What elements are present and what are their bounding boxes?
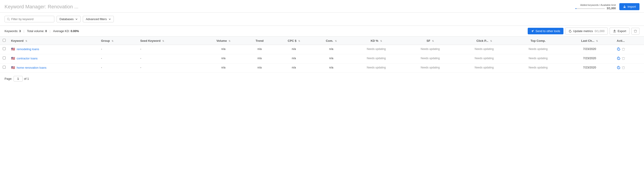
header-checkbox-col	[0, 37, 8, 45]
page-label: Page:	[4, 77, 12, 80]
row-lastch: 7/23/2020	[565, 45, 614, 54]
col-group: Group ⇅	[98, 37, 137, 45]
row-cpc: n/a	[274, 63, 314, 73]
row-com: n/a	[313, 45, 349, 54]
filter-input[interactable]	[11, 17, 52, 21]
keywords-label: Keywords:	[4, 29, 18, 33]
row-sf: Needs updating	[403, 45, 457, 54]
svg-line-1	[9, 20, 10, 20]
row-checkbox-cell	[0, 45, 8, 54]
import-icon	[623, 5, 626, 8]
row-trend: n/a	[245, 54, 274, 63]
keyword-link[interactable]: remodeling loans	[17, 47, 39, 51]
keyword-limit: Added keywords / Available limit 3/1,000	[576, 3, 616, 10]
row-group: -	[98, 63, 137, 73]
row-com: n/a	[313, 54, 349, 63]
delete-row-icon[interactable]	[622, 48, 625, 51]
of-label: of 1	[24, 77, 29, 80]
row-topcomp: Needs updating	[511, 54, 565, 63]
row-actions	[614, 45, 644, 54]
row-sf: Needs updating	[403, 63, 457, 73]
limit-label: Added keywords / Available limit	[580, 3, 616, 6]
filter-input-wrapper[interactable]	[4, 16, 54, 22]
row-group: -	[98, 54, 137, 63]
select-all-checkbox[interactable]	[3, 39, 6, 42]
row-volume: n/a	[202, 63, 245, 73]
search-icon	[7, 18, 10, 21]
row-clickp: Needs updating	[457, 63, 511, 73]
refresh-row-icon[interactable]	[617, 56, 620, 61]
table-row: 🇺🇸 home renovation loans - - n/a n/a n/a…	[0, 63, 644, 73]
table-body: 🇺🇸 remodeling loans - - n/a n/a n/a n/a …	[0, 45, 644, 73]
import-button[interactable]: Import	[619, 3, 640, 10]
header-right: Added keywords / Available limit 3/1,000…	[576, 3, 640, 10]
row-clickp: Needs updating	[457, 54, 511, 63]
kd-value: 0.00%	[70, 29, 79, 33]
page-input[interactable]	[14, 76, 23, 82]
row-trend: n/a	[245, 45, 274, 54]
keyword-link[interactable]: home renovation loans	[17, 66, 46, 69]
col-keyword: Keyword ⇅	[8, 37, 98, 45]
send-to-tools-button[interactable]: Send to other tools	[528, 28, 563, 34]
col-seed: Seed Keyword ⇅	[138, 37, 202, 45]
title-static: Keyword Manager:	[4, 4, 46, 9]
row-actions	[614, 63, 644, 73]
pagination: Page: of 1	[0, 73, 644, 85]
row-lastch: 7/23/2020	[565, 54, 614, 63]
advanced-filters-dropdown[interactable]: Advanced filters	[83, 16, 114, 22]
col-kd: KD % ⇅	[350, 37, 403, 45]
trash-icon	[634, 30, 637, 33]
delete-row-icon[interactable]	[622, 57, 625, 61]
sort-icon-com: ⇅	[335, 40, 337, 42]
limit-bar-fill	[576, 8, 576, 9]
limit-value: 3/1,000	[607, 7, 616, 10]
title-dynamic: Renovation ...	[48, 4, 78, 9]
advanced-filters-label: Advanced filters	[86, 17, 107, 21]
row-keyword: 🇺🇸 home renovation loans	[8, 63, 98, 73]
page-title: Keyword Manager: Renovation ...	[4, 4, 78, 10]
sort-icon-kd: ⇅	[380, 40, 382, 42]
sort-icon-volume: ⇅	[228, 40, 230, 42]
row-com: n/a	[313, 63, 349, 73]
update-metrics-button[interactable]: Update metrics 0/1,000	[565, 27, 608, 34]
row-keyword: 🇺🇸 remodeling loans	[8, 45, 98, 54]
row-group: -	[98, 45, 137, 54]
action-icons	[617, 56, 641, 61]
row-checkbox[interactable]	[3, 47, 6, 50]
page-header: Keyword Manager: Renovation ... Added ke…	[0, 0, 644, 13]
row-seed: -	[138, 54, 202, 63]
kd-label: Average KD:	[53, 29, 70, 33]
send-icon	[531, 30, 534, 33]
row-clickp: Needs updating	[457, 45, 511, 54]
flag-icon: 🇺🇸	[11, 56, 15, 60]
sort-icon-seed: ⇅	[162, 40, 164, 42]
flag-icon: 🇺🇸	[11, 66, 15, 69]
volume-value: 0	[45, 29, 47, 33]
row-lastch: 7/23/2020	[565, 63, 614, 73]
delete-all-button[interactable]	[631, 28, 640, 34]
row-volume: n/a	[202, 45, 245, 54]
sort-icon-sf: ⇅	[432, 40, 434, 42]
row-checkbox[interactable]	[3, 56, 6, 59]
keywords-table: Keyword ⇅ Group ⇅ Seed Keyword ⇅ Volume …	[0, 36, 644, 73]
row-seed: -	[138, 45, 202, 54]
limit-bar	[576, 8, 605, 9]
databases-dropdown[interactable]: Databases	[56, 16, 80, 22]
row-checkbox[interactable]	[3, 66, 6, 69]
export-icon	[613, 30, 616, 33]
col-volume: Volume ⇅	[202, 37, 245, 45]
row-kd: Needs updating	[350, 63, 403, 73]
databases-label: Databases	[60, 17, 74, 21]
keyword-link[interactable]: contractor loans	[17, 57, 38, 60]
row-cpc: n/a	[274, 54, 314, 63]
volume-label: Total volume:	[27, 29, 44, 33]
row-topcomp: Needs updating	[511, 63, 565, 73]
row-kd: Needs updating	[350, 45, 403, 54]
export-button[interactable]: Export	[610, 27, 630, 34]
col-sf: SF ⇅	[403, 37, 457, 45]
chevron-down-icon-2	[108, 18, 111, 20]
delete-row-icon[interactable]	[622, 66, 625, 70]
refresh-row-icon[interactable]	[617, 66, 620, 70]
refresh-row-icon[interactable]	[617, 47, 620, 52]
table-row: 🇺🇸 contractor loans - - n/a n/a n/a n/a …	[0, 54, 644, 63]
